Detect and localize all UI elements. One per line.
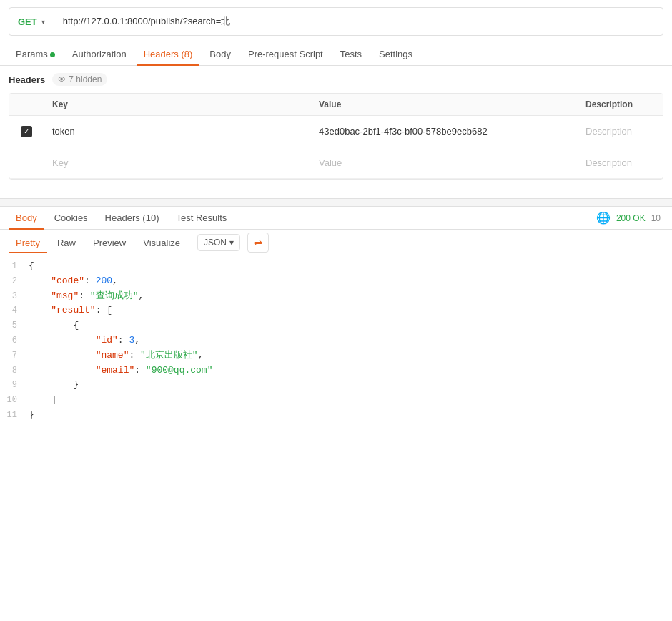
wrap-icon: ⇌ bbox=[254, 237, 262, 248]
headers-table: Key Value Description ✓ token 43ed0bac-2… bbox=[9, 93, 663, 180]
code-line: 4 "result": [ bbox=[0, 303, 672, 318]
empty-key[interactable]: Key bbox=[44, 152, 310, 174]
chevron-down-icon: ▾ bbox=[41, 18, 45, 26]
request-tabs: Params Authorization Headers (8) Body Pr… bbox=[0, 43, 672, 66]
tab-settings[interactable]: Settings bbox=[372, 43, 420, 65]
subtab-raw[interactable]: Raw bbox=[50, 233, 83, 253]
wrap-toggle-button[interactable]: ⇌ bbox=[247, 233, 269, 253]
tab-headers[interactable]: Headers (8) bbox=[137, 43, 200, 65]
th-description: Description bbox=[577, 94, 663, 115]
empty-description[interactable]: Description bbox=[577, 152, 663, 174]
response-tab-test-results[interactable]: Test Results bbox=[169, 207, 234, 229]
code-line: 9 } bbox=[0, 378, 672, 393]
code-line: 5 { bbox=[0, 318, 672, 333]
code-line: 6 "id": 3, bbox=[0, 333, 672, 348]
method-select[interactable]: GET ▾ bbox=[9, 8, 54, 35]
method-label: GET bbox=[18, 16, 37, 27]
table-empty-row: Key Value Description bbox=[9, 147, 663, 179]
table-row: ✓ token 43ed0bac-2bf1-4f3c-bf00-578be9ec… bbox=[9, 116, 663, 147]
code-line: 8 "email": "900@qq.com" bbox=[0, 363, 672, 378]
tab-pre-request-script[interactable]: Pre-request Script bbox=[241, 43, 330, 65]
code-line: 2 "code": 200, bbox=[0, 274, 672, 289]
json-code-view: 1{2 "code": 200,3 "msg": "查询成功",4 "resul… bbox=[0, 253, 672, 429]
json-format-label: JSON bbox=[204, 238, 227, 248]
response-status: 🌐 200 OK 10 bbox=[596, 211, 663, 225]
json-format-selector[interactable]: JSON ▾ bbox=[197, 234, 240, 251]
row-description[interactable]: Description bbox=[577, 120, 663, 142]
code-line: 3 "msg": "查询成功", bbox=[0, 289, 672, 304]
hidden-badge[interactable]: 👁 7 hidden bbox=[52, 73, 107, 86]
params-dot bbox=[50, 52, 55, 57]
headers-title: Headers bbox=[9, 74, 45, 85]
code-line: 11} bbox=[0, 408, 672, 423]
row-key[interactable]: token bbox=[44, 120, 310, 142]
url-bar: GET ▾ bbox=[9, 7, 663, 36]
th-checkbox bbox=[9, 94, 44, 115]
headers-section: Headers 👁 7 hidden Key Value Description… bbox=[0, 66, 672, 187]
hidden-text: 7 hidden bbox=[69, 74, 102, 84]
response-tabs-bar: Body Cookies Headers (10) Test Results 🌐… bbox=[0, 207, 672, 230]
checkbox-checked: ✓ bbox=[21, 126, 32, 137]
subtab-visualize[interactable]: Visualize bbox=[136, 233, 187, 253]
code-line: 10 ] bbox=[0, 393, 672, 408]
response-tab-body[interactable]: Body bbox=[9, 207, 44, 229]
tab-authorization[interactable]: Authorization bbox=[65, 43, 134, 65]
globe-icon: 🌐 bbox=[596, 211, 611, 225]
empty-checkbox-cell bbox=[9, 157, 44, 169]
subtab-pretty[interactable]: Pretty bbox=[9, 233, 47, 253]
eye-icon: 👁 bbox=[58, 75, 66, 84]
url-input[interactable] bbox=[54, 16, 663, 27]
row-value[interactable]: 43ed0bac-2bf1-4f3c-bf00-578be9ecb682 bbox=[310, 120, 577, 142]
row-checkbox-cell[interactable]: ✓ bbox=[9, 120, 44, 143]
th-value: Value bbox=[310, 94, 577, 115]
tab-tests[interactable]: Tests bbox=[333, 43, 369, 65]
table-header: Key Value Description bbox=[9, 94, 663, 116]
th-key: Key bbox=[44, 94, 310, 115]
code-line: 7 "name": "北京出版社", bbox=[0, 348, 672, 363]
tab-params[interactable]: Params bbox=[9, 43, 62, 65]
response-tab-headers[interactable]: Headers (10) bbox=[98, 207, 167, 229]
headers-title-row: Headers 👁 7 hidden bbox=[9, 73, 663, 86]
empty-value[interactable]: Value bbox=[310, 152, 577, 174]
code-line: 1{ bbox=[0, 259, 672, 274]
chevron-down-icon: ▾ bbox=[229, 238, 234, 248]
section-divider bbox=[0, 198, 672, 207]
status-code: 200 OK bbox=[616, 213, 646, 223]
tab-body[interactable]: Body bbox=[202, 43, 238, 65]
response-tab-cookies[interactable]: Cookies bbox=[47, 207, 95, 229]
response-time: 10 bbox=[651, 213, 661, 223]
subtab-preview[interactable]: Preview bbox=[86, 233, 133, 253]
response-subtabs: Pretty Raw Preview Visualize JSON ▾ ⇌ bbox=[0, 230, 672, 253]
